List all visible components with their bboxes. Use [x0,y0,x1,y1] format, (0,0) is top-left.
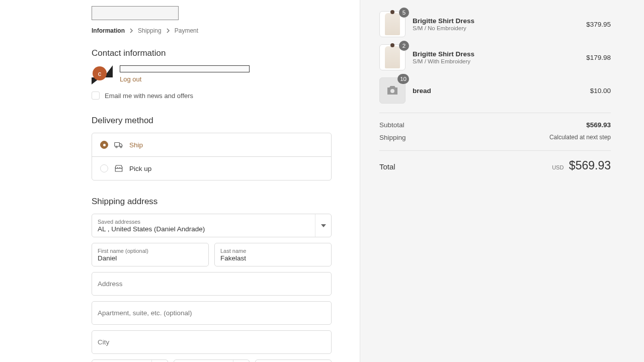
radio-selected [100,141,108,149]
delivery-option-ship[interactable]: Ship [92,133,331,156]
news-checkbox-label: Email me with news and offers [105,92,193,100]
cart-item: 5 Brigitte Shirt Dress S/M / No Embroide… [379,11,611,37]
delivery-option-pickup[interactable]: Pick up [92,156,331,180]
news-checkbox[interactable] [92,92,100,100]
item-variant: S/M / No Embroidery [413,25,579,31]
product-thumbnail: 5 [379,11,406,37]
total-value: $569.93 [569,159,611,172]
truck-icon [114,140,123,149]
zip-field[interactable]: ZIP code [255,359,332,362]
delivery-pickup-label: Pick up [129,165,151,172]
shipping-label: Shipping [379,134,406,141]
saved-addresses-select[interactable]: Saved addresses AL , United States (Dani… [92,214,332,237]
subtotal-value: $569.93 [586,121,611,129]
apartment-field[interactable]: Apartment, suite, etc. (optional) [92,301,332,325]
svg-point-2 [120,146,122,148]
item-price: $179.98 [586,54,611,61]
breadcrumb-step-shipping[interactable]: Shipping [138,27,162,34]
currency-code: USD [552,164,564,170]
product-thumbnail: 2 [379,44,406,70]
shipping-value: Calculated at next step [549,134,611,141]
product-thumbnail: 10 [379,77,406,104]
delivery-method-group: Ship Pick up [92,133,332,180]
item-price: $10.00 [590,87,611,95]
city-field[interactable]: City [92,330,332,354]
item-price: $379.95 [586,21,611,28]
svg-point-3 [390,89,394,93]
chevron-down-icon [315,214,331,237]
camera-icon [386,85,398,96]
merchant-logo[interactable] [92,6,179,20]
chevron-down-icon [151,360,168,362]
shipping-address-heading: Shipping address [92,197,332,207]
avatar: c [92,65,113,84]
breadcrumb: Information Shipping Payment [92,27,332,34]
svg-rect-0 [115,143,120,147]
chevron-right-icon [129,28,134,33]
address-field[interactable]: Address [92,272,332,296]
breadcrumb-step-payment[interactable]: Payment [175,27,198,34]
item-variant: S/M / With Embroidery [413,58,579,64]
subtotal-label: Subtotal [379,121,405,129]
store-icon [114,164,123,173]
chevron-down-icon [233,360,249,362]
delivery-ship-label: Ship [129,141,143,149]
logout-link[interactable]: Log out [120,75,250,83]
contact-heading: Contact information [92,48,332,58]
chevron-right-icon [166,28,171,33]
item-name: Brigitte Shirt Dress [413,50,579,58]
item-name: Brigitte Shirt Dress [413,17,579,25]
order-summary: 5 Brigitte Shirt Dress S/M / No Embroide… [360,0,644,362]
item-name: bread [413,87,583,95]
first-name-field[interactable]: First name (optional) Daniel [92,243,209,266]
quantity-badge: 5 [399,8,409,18]
radio-unselected [100,164,108,172]
cart-item: 10 bread $10.00 [379,77,611,104]
delivery-heading: Delivery method [92,116,332,126]
last-name-field[interactable]: Last name Fakelast [214,243,332,266]
email-display [120,65,250,72]
svg-point-1 [116,146,117,148]
quantity-badge: 10 [397,74,409,84]
breadcrumb-step-information[interactable]: Information [92,27,125,34]
total-label: Total [379,162,395,171]
cart-item: 2 Brigitte Shirt Dress S/M / With Embroi… [379,44,611,70]
quantity-badge: 2 [399,41,409,51]
state-select[interactable]: State Alabama [174,359,250,362]
country-select[interactable]: Country/region United States [92,359,168,362]
